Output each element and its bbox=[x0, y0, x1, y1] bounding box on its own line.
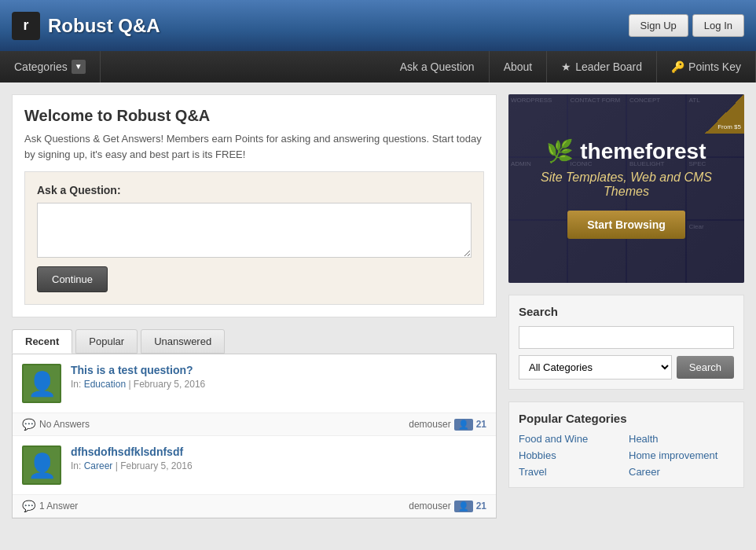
points-key-nav-item[interactable]: 🔑 Points Key bbox=[657, 51, 756, 82]
user-avatar-icon: 👤 bbox=[28, 452, 57, 479]
about-nav-item[interactable]: About bbox=[490, 51, 548, 82]
user-points: 21 bbox=[476, 500, 486, 512]
header: r Robust Q&A Sign Up Log In bbox=[0, 0, 756, 51]
logo-icon: r bbox=[12, 12, 40, 40]
question-meta: In: Education | February 5, 2016 bbox=[71, 379, 486, 390]
user-badge: 👤 bbox=[454, 500, 473, 512]
category-link-career[interactable]: Career bbox=[629, 466, 734, 478]
categories-label: Categories bbox=[14, 60, 68, 73]
ad-banner: WORDPRESS CONTACT FORM CONCEPT ATL ADMIN… bbox=[508, 94, 744, 283]
tab-recent[interactable]: Recent bbox=[12, 329, 72, 354]
question-category: Career bbox=[84, 460, 113, 471]
question-date: February 5, 2016 bbox=[134, 379, 205, 390]
search-row: All Categories Education Career Health F… bbox=[519, 355, 734, 380]
question-info: dfhsdofhsdfklsdnfsdf In: Career | Februa… bbox=[71, 446, 486, 471]
popular-categories-box: Popular Categories Food and Wine Health … bbox=[508, 402, 744, 488]
ask-question-form: Ask a Question: Continue bbox=[24, 171, 484, 305]
user-info: demouser 👤 21 bbox=[409, 419, 486, 431]
star-icon: ★ bbox=[561, 60, 571, 73]
ask-question-input[interactable] bbox=[37, 203, 472, 258]
questions-list: 👤 This is a test question? In: Education… bbox=[12, 354, 497, 519]
question-item: 👤 dfhsdofhsdfklsdnfsdf In: Career | Febr… bbox=[13, 436, 496, 495]
welcome-title: Welcome to Robust Q&A bbox=[24, 107, 484, 125]
tab-popular[interactable]: Popular bbox=[75, 329, 138, 354]
answer-label: No Answers bbox=[39, 419, 90, 430]
popular-categories-title: Popular Categories bbox=[519, 412, 734, 425]
categories-dropdown-arrow: ▼ bbox=[72, 60, 86, 74]
search-input[interactable] bbox=[519, 326, 734, 349]
answer-icon: 💬 bbox=[22, 418, 35, 431]
login-button[interactable]: Log In bbox=[692, 14, 744, 37]
question-tabs: Recent Popular Unanswered bbox=[12, 329, 497, 354]
question-title[interactable]: dfhsdofhsdfklsdnfsdf bbox=[71, 446, 183, 458]
username: demouser bbox=[409, 419, 450, 430]
answer-icon: 💬 bbox=[22, 500, 35, 512]
logo-area: r Robust Q&A bbox=[12, 12, 160, 40]
header-buttons: Sign Up Log In bbox=[629, 14, 744, 37]
question-info: This is a test question? In: Education |… bbox=[71, 364, 486, 390]
welcome-description: Ask Questions & Get Answers! Members ear… bbox=[24, 131, 484, 162]
tab-unanswered[interactable]: Unanswered bbox=[141, 329, 225, 354]
site-title: Robust Q&A bbox=[48, 15, 160, 37]
sidebar: WORDPRESS CONTACT FORM CONCEPT ATL ADMIN… bbox=[508, 94, 744, 519]
category-link-travel[interactable]: Travel bbox=[519, 466, 624, 478]
signup-button[interactable]: Sign Up bbox=[629, 14, 688, 37]
search-title: Search bbox=[519, 305, 734, 318]
category-select[interactable]: All Categories Education Career Health F… bbox=[519, 355, 672, 380]
categories-nav-item[interactable]: Categories ▼ bbox=[0, 51, 101, 82]
ad-corner-badge: From $5 bbox=[705, 94, 744, 134]
category-link-hobbies[interactable]: Hobbies bbox=[519, 449, 624, 461]
category-link-health[interactable]: Health bbox=[629, 433, 734, 445]
search-box: Search All Categories Education Career H… bbox=[508, 295, 744, 390]
ask-label: Ask a Question: bbox=[37, 184, 472, 196]
continue-button[interactable]: Continue bbox=[37, 266, 108, 292]
main-content: Welcome to Robust Q&A Ask Questions & Ge… bbox=[12, 94, 497, 519]
leaderboard-nav-item[interactable]: ★ Leader Board bbox=[547, 51, 657, 82]
categories-grid: Food and Wine Health Hobbies Home improv… bbox=[519, 433, 734, 478]
answer-label: 1 Answer bbox=[39, 500, 78, 512]
username: demouser bbox=[409, 500, 450, 512]
avatar: 👤 bbox=[22, 364, 61, 403]
user-badge: 👤 bbox=[454, 419, 473, 431]
table-row: 👤 This is a test question? In: Education… bbox=[13, 354, 496, 436]
user-points: 21 bbox=[476, 419, 486, 430]
user-avatar-icon: 👤 bbox=[28, 370, 57, 398]
table-row: 👤 dfhsdofhsdfklsdnfsdf In: Career | Febr… bbox=[13, 436, 496, 518]
category-link-food[interactable]: Food and Wine bbox=[519, 433, 624, 445]
answer-count: 💬 1 Answer bbox=[22, 500, 78, 512]
welcome-box: Welcome to Robust Q&A Ask Questions & Ge… bbox=[12, 94, 497, 317]
question-date: February 5, 2016 bbox=[120, 460, 192, 471]
search-button[interactable]: Search bbox=[677, 356, 734, 379]
ask-question-nav-item[interactable]: Ask a Question bbox=[386, 51, 490, 82]
answer-count: 💬 No Answers bbox=[22, 418, 90, 431]
question-item: 👤 This is a test question? In: Education… bbox=[13, 354, 496, 413]
question-title[interactable]: This is a test question? bbox=[71, 364, 193, 376]
user-info: demouser 👤 21 bbox=[409, 500, 486, 512]
question-meta: In: Career | February 5, 2016 bbox=[71, 460, 486, 471]
ad-tagline: Site Templates, Web and CMS Themes bbox=[520, 170, 732, 199]
question-footer: 💬 1 Answer demouser 👤 21 bbox=[13, 495, 496, 518]
ad-logo-text: 🌿 themeforest bbox=[546, 138, 706, 164]
start-browsing-button[interactable]: Start Browsing bbox=[567, 211, 685, 239]
question-footer: 💬 No Answers demouser 👤 21 bbox=[13, 413, 496, 436]
question-category: Education bbox=[84, 379, 126, 390]
avatar: 👤 bbox=[22, 446, 61, 485]
main-container: Welcome to Robust Q&A Ask Questions & Ge… bbox=[0, 82, 756, 530]
category-link-home[interactable]: Home improvement bbox=[629, 449, 734, 461]
key-icon: 🔑 bbox=[671, 60, 684, 73]
navigation: Categories ▼ Ask a Question About ★ Lead… bbox=[0, 51, 756, 82]
